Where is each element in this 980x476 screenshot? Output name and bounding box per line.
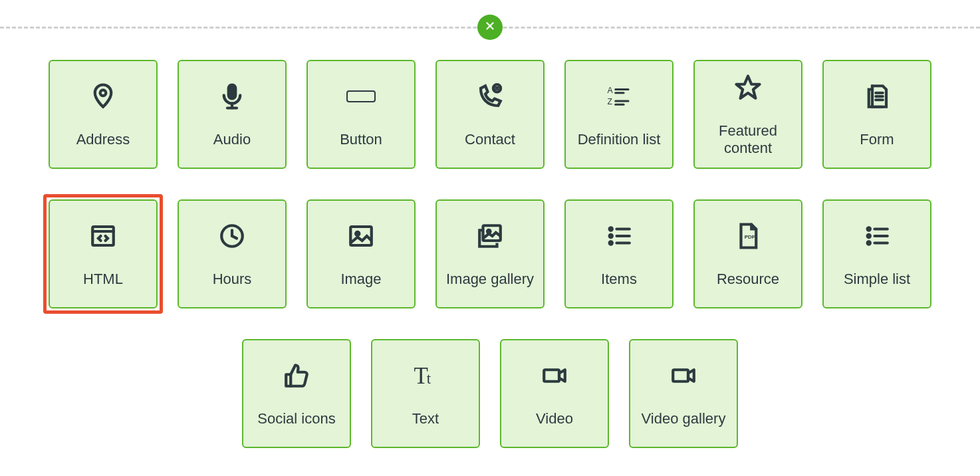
component-tile-button[interactable]: Button xyxy=(306,60,416,169)
tile-wrap: Video xyxy=(495,334,614,453)
tile-wrap: Button xyxy=(301,55,421,174)
svg-text:PDF: PDF xyxy=(745,233,755,239)
button-shape-icon xyxy=(346,80,376,112)
component-tile-hours[interactable]: Hours xyxy=(178,199,287,308)
tile-wrap: PDFResource xyxy=(688,194,808,314)
tile-wrap: Featured content xyxy=(688,55,808,174)
svg-text:Z: Z xyxy=(608,97,613,106)
svg-point-24 xyxy=(356,232,359,235)
component-tile-resource[interactable]: PDFResource xyxy=(693,199,802,308)
tile-wrap: Address xyxy=(43,55,163,174)
tile-label: Resource xyxy=(717,271,779,288)
component-tile-featured-content[interactable]: Featured content xyxy=(693,60,802,169)
svg-rect-42 xyxy=(544,370,559,382)
svg-marker-45 xyxy=(688,370,694,382)
video-cam-icon xyxy=(670,360,697,392)
tile-label: Video xyxy=(536,410,573,427)
tile-label: Definition list xyxy=(578,131,661,148)
svg-point-9 xyxy=(498,88,499,89)
svg-marker-16 xyxy=(737,76,760,98)
tile-label: Simple list xyxy=(844,271,910,288)
svg-point-2 xyxy=(100,90,106,96)
tile-label: Button xyxy=(340,131,382,148)
bullet-list-icon xyxy=(863,220,891,252)
svg-point-31 xyxy=(610,241,612,244)
tile-wrap: Items xyxy=(559,194,679,314)
tile-label: Address xyxy=(76,131,130,148)
thumbs-up-icon xyxy=(283,360,310,392)
tile-label: Image xyxy=(340,271,381,288)
component-tile-address[interactable]: Address xyxy=(49,60,158,169)
component-tile-video-gallery[interactable]: Video gallery xyxy=(629,339,738,448)
svg-point-29 xyxy=(610,235,612,237)
svg-point-34 xyxy=(868,227,870,230)
star-icon xyxy=(734,72,762,104)
mic-icon xyxy=(218,80,246,112)
tile-wrap: Audio xyxy=(172,55,292,174)
clock-icon xyxy=(218,220,246,252)
close-button[interactable] xyxy=(477,15,503,40)
pdf-doc-icon: PDF xyxy=(734,220,762,252)
component-tile-image-gallery[interactable]: Image gallery xyxy=(435,199,545,308)
component-tile-video[interactable]: Video xyxy=(500,339,609,448)
svg-point-27 xyxy=(610,227,612,230)
bullet-list-icon xyxy=(605,220,633,252)
tile-label: Image gallery xyxy=(446,271,534,288)
component-tile-items[interactable]: Items xyxy=(564,199,674,308)
tile-label: Featured content xyxy=(699,122,797,158)
tile-wrap: Social icons xyxy=(237,334,356,453)
tile-label: HTML xyxy=(83,271,123,288)
tt-icon: Tt xyxy=(412,360,439,392)
code-window-icon xyxy=(89,220,117,252)
tile-wrap: Contact xyxy=(430,55,550,174)
phone-chat-icon xyxy=(476,80,504,112)
component-tile-contact[interactable]: Contact xyxy=(435,60,545,169)
component-row: Social iconsTtTextVideoVideo gallery xyxy=(237,334,743,453)
component-tile-social-icons[interactable]: Social icons xyxy=(242,339,351,448)
component-tile-html[interactable]: HTML xyxy=(49,199,158,308)
image-icon xyxy=(347,220,375,252)
tile-label: Social icons xyxy=(257,410,335,427)
tile-wrap: AZDefinition list xyxy=(559,55,679,174)
component-tile-text[interactable]: TtText xyxy=(371,339,480,448)
svg-point-38 xyxy=(868,241,870,244)
component-row: AddressAudioButtonContactAZDefinition li… xyxy=(43,55,937,174)
tile-wrap: Form xyxy=(817,55,937,174)
az-list-icon: AZ xyxy=(605,80,633,112)
close-icon xyxy=(484,20,496,35)
svg-rect-3 xyxy=(229,84,236,98)
svg-marker-43 xyxy=(559,370,565,382)
pin-icon xyxy=(89,80,117,112)
component-tile-image[interactable]: Image xyxy=(306,199,416,308)
svg-point-36 xyxy=(868,235,870,237)
tile-label: Hours xyxy=(213,271,252,288)
image-stack-icon xyxy=(476,220,504,252)
svg-rect-44 xyxy=(673,370,688,382)
component-tile-audio[interactable]: Audio xyxy=(178,60,287,169)
component-tile-simple-list[interactable]: Simple list xyxy=(822,199,931,308)
tile-wrap: Simple list xyxy=(817,194,937,314)
component-tile-definition-list[interactable]: AZDefinition list xyxy=(564,60,674,169)
video-cam-icon xyxy=(541,360,568,392)
tile-wrap: Hours xyxy=(172,194,292,314)
tile-label: Items xyxy=(601,271,637,288)
component-grid: AddressAudioButtonContactAZDefinition li… xyxy=(0,55,980,453)
tile-label: Contact xyxy=(465,131,515,148)
svg-text:t: t xyxy=(427,370,431,387)
component-tile-form[interactable]: Form xyxy=(822,60,931,169)
highlighted-tile-wrap: HTML xyxy=(43,194,163,314)
tile-wrap: Image gallery xyxy=(430,194,550,314)
svg-text:A: A xyxy=(608,86,614,95)
tile-wrap: Image xyxy=(301,194,421,314)
svg-rect-20 xyxy=(92,227,114,245)
tile-label: Form xyxy=(860,131,894,148)
form-doc-icon xyxy=(863,80,891,112)
component-row: HTMLHoursImageImage galleryItemsPDFResou… xyxy=(43,194,937,314)
tile-label: Text xyxy=(412,410,439,427)
tile-wrap: Video gallery xyxy=(624,334,743,453)
svg-text:T: T xyxy=(414,363,428,389)
tile-wrap: TtText xyxy=(366,334,485,453)
tile-label: Audio xyxy=(213,131,251,148)
tile-label: Video gallery xyxy=(642,410,726,427)
